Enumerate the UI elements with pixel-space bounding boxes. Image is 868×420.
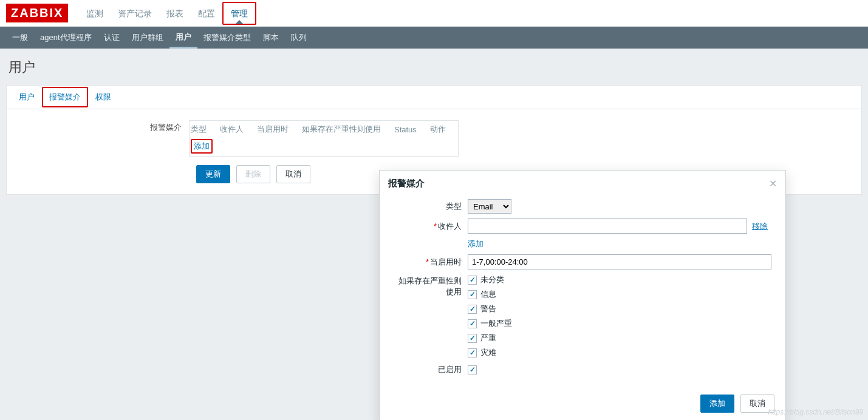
modal-add-button[interactable]: 添加 <box>700 395 734 413</box>
sub-nav-proxies[interactable]: agent代理程序 <box>34 27 98 49</box>
close-icon[interactable]: ✕ <box>769 178 777 189</box>
media-label: 报警媒介 <box>15 120 189 133</box>
enabled-checkbox[interactable]: ✓ <box>468 365 477 374</box>
media-table-wrap: 类型 收件人 当启用时 如果存在严重性则使用 Status 动作 添加 <box>189 120 459 157</box>
type-select[interactable]: Email <box>468 199 511 214</box>
checkbox-icon[interactable]: ✓ <box>468 276 477 285</box>
top-header: ZABBIX 监测 资产记录 报表 配置 管理 <box>0 0 868 27</box>
delete-button: 删除 <box>236 165 270 183</box>
sub-nav-queue[interactable]: 队列 <box>285 27 313 49</box>
label-enabled: 已启用 <box>392 364 468 375</box>
checkbox-icon[interactable]: ✓ <box>468 305 477 314</box>
checkbox-icon[interactable]: ✓ <box>468 348 477 357</box>
sev-unclassified[interactable]: ✓未分类 <box>468 274 512 285</box>
when-input[interactable] <box>468 254 771 269</box>
media-table: 类型 收件人 当启用时 如果存在严重性则使用 Status 动作 添加 <box>189 120 459 157</box>
tab-user[interactable]: 用户 <box>12 86 42 109</box>
sev-average[interactable]: ✓一般严重 <box>468 318 512 329</box>
add-recipient-link[interactable]: 添加 <box>468 239 484 249</box>
watermark: https://blog.csdn.net/Bilson99 <box>768 408 863 416</box>
tab-permissions[interactable]: 权限 <box>88 86 118 109</box>
sub-nav-general[interactable]: 一般 <box>6 27 34 49</box>
row-severity: 如果存在严重性则使用 ✓未分类 ✓信息 ✓警告 ✓一般严重 ✓严重 ✓灾难 <box>392 274 773 358</box>
col-when: 当启用时 <box>256 121 301 138</box>
sev-info[interactable]: ✓信息 <box>468 289 512 300</box>
sev-warning[interactable]: ✓警告 <box>468 303 512 314</box>
checkbox-icon[interactable]: ✓ <box>468 319 477 328</box>
sub-nav-scripts[interactable]: 脚本 <box>257 27 285 49</box>
col-severity: 如果存在严重性则使用 <box>301 121 393 138</box>
label-type: 类型 <box>392 201 468 212</box>
label-when: *当启用时 <box>392 257 468 268</box>
col-action: 动作 <box>429 121 459 138</box>
sev-high[interactable]: ✓严重 <box>468 333 512 344</box>
modal-body: 类型 Email *收件人 移除 添加 *当启用时 如果存在严重性则使用 <box>380 197 785 388</box>
col-recipient: 收件人 <box>219 121 256 138</box>
checkbox-icon[interactable]: ✓ <box>468 334 477 343</box>
top-nav-monitoring[interactable]: 监测 <box>79 0 111 27</box>
sev-disaster[interactable]: ✓灾难 <box>468 347 512 358</box>
row-enabled: 已启用 ✓ <box>392 364 773 375</box>
col-status: Status <box>393 121 429 138</box>
tabs: 用户 报警媒介 权限 <box>7 86 861 109</box>
row-add-recipient: 添加 <box>392 239 773 249</box>
checkbox-icon[interactable]: ✓ <box>468 290 477 299</box>
top-nav: 监测 资产记录 报表 配置 管理 <box>79 0 256 27</box>
sub-nav-usergroups[interactable]: 用户群组 <box>126 27 169 49</box>
row-recipient: *收件人 移除 <box>392 218 773 234</box>
page-title: 用户 <box>0 49 868 85</box>
sub-nav-auth[interactable]: 认证 <box>98 27 126 49</box>
label-severity: 如果存在严重性则使用 <box>392 274 468 297</box>
sub-nav-mediatypes[interactable]: 报警媒介类型 <box>197 27 257 49</box>
add-media-link[interactable]: 添加 <box>191 139 213 154</box>
col-type: 类型 <box>190 121 219 138</box>
severity-list: ✓未分类 ✓信息 ✓警告 ✓一般严重 ✓严重 ✓灾难 <box>468 274 512 358</box>
logo[interactable]: ZABBIX <box>6 4 68 22</box>
modal-header: 报警媒介 ✕ <box>380 171 785 197</box>
tab-media[interactable]: 报警媒介 <box>42 87 88 107</box>
media-row: 报警媒介 类型 收件人 当启用时 如果存在严重性则使用 Status 动作 <box>15 120 853 157</box>
top-nav-reports[interactable]: 报表 <box>159 0 191 27</box>
top-nav-admin[interactable]: 管理 <box>222 2 256 25</box>
media-modal: 报警媒介 ✕ 类型 Email *收件人 移除 添加 *当启用时 <box>379 170 786 420</box>
row-type: 类型 Email <box>392 199 773 214</box>
sub-nav-users[interactable]: 用户 <box>169 27 197 49</box>
update-button[interactable]: 更新 <box>196 165 230 183</box>
sub-nav: 一般 agent代理程序 认证 用户群组 用户 报警媒介类型 脚本 队列 <box>0 27 868 49</box>
top-nav-config[interactable]: 配置 <box>191 0 222 27</box>
top-nav-inventory[interactable]: 资产记录 <box>111 0 159 27</box>
recipient-input[interactable] <box>468 218 747 234</box>
modal-title: 报警媒介 <box>388 178 425 189</box>
cancel-button[interactable]: 取消 <box>276 165 310 183</box>
remove-recipient-link[interactable]: 移除 <box>752 221 768 232</box>
modal-footer: 添加 取消 <box>380 388 785 420</box>
label-recipient: *收件人 <box>392 221 468 232</box>
row-when: *当启用时 <box>392 254 773 269</box>
